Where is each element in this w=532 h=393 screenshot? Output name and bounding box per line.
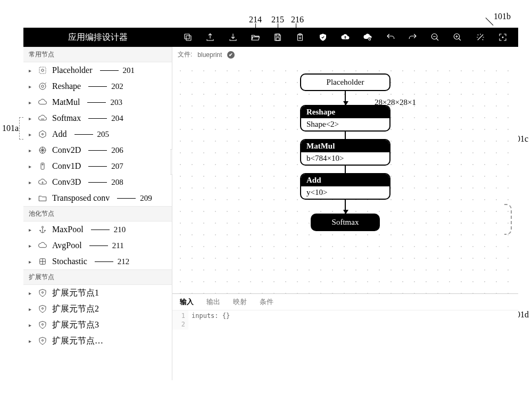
node-body: y<10> [301, 186, 389, 199]
group-ext-nodes: 扩展节点 [23, 269, 172, 285]
chevron-right-icon: ▸ [29, 338, 33, 344]
copy-icon[interactable] [182, 31, 194, 43]
chevron-right-icon: ▸ [29, 68, 33, 73]
chevron-right-icon: ▸ [29, 148, 33, 153]
zoom-out-icon[interactable] [429, 31, 441, 43]
callout-num: 210 [114, 225, 126, 234]
node-ext3[interactable]: ▸ 扩展元节点3 [23, 317, 172, 333]
node-body: b<784×10> [301, 152, 389, 165]
folder-open-icon[interactable] [250, 31, 261, 43]
node-transposed-conv[interactable]: ▸ Transposed conv 209 [23, 190, 172, 206]
chevron-right-icon: ▸ [29, 100, 33, 105]
svg-point-11 [41, 69, 44, 72]
cloud-upload-icon[interactable] [339, 31, 351, 43]
callout-line [87, 102, 106, 103]
edge [345, 91, 346, 105]
undo-icon[interactable] [385, 31, 396, 43]
rect-dot-icon [37, 161, 48, 171]
svg-point-17 [42, 164, 43, 165]
node-maxpool[interactable]: ▸ MaxPool 210 [23, 222, 172, 238]
node-label: Reshape [52, 81, 81, 91]
node-label: Add [52, 129, 67, 139]
node-reshape[interactable]: ▸ Reshape 202 [23, 78, 172, 94]
node-matmul[interactable]: ▸ MatMul 203 [23, 94, 172, 110]
breadcrumb-badge-icon: ✔ [227, 51, 235, 59]
tab-condition[interactable]: 条件 [260, 297, 273, 307]
svg-rect-3 [276, 38, 279, 40]
callout-num: 202 [111, 82, 123, 91]
save-icon[interactable] [272, 31, 284, 43]
node-head: Reshape [301, 106, 389, 118]
node-label: 扩展元节点… [52, 335, 103, 347]
node-conv2d[interactable]: ▸ Conv2D 206 [23, 142, 172, 158]
node-ext2[interactable]: ▸ 扩展元节点2 [23, 301, 172, 317]
cloud-icon [37, 97, 48, 108]
shield-icon[interactable] [317, 31, 329, 43]
diagram-node-add[interactable]: Add y<10> [300, 173, 390, 200]
node-label: 扩展元节点1 [52, 288, 99, 299]
chevron-right-icon: ▸ [29, 84, 33, 89]
node-stochastic[interactable]: ▸ Stochastic 212 [23, 253, 172, 269]
diagram-node-placeholder[interactable]: Placeholder [300, 73, 390, 91]
node-ext-more[interactable]: ▸ 扩展元节点… [23, 333, 172, 349]
callout-num: 207 [111, 162, 123, 171]
shield-outline-icon [37, 304, 48, 314]
callout-num: 212 [118, 257, 130, 266]
magic-wand-icon[interactable] [475, 31, 486, 43]
cloud-add-icon[interactable] [362, 31, 373, 43]
diagram-node-reshape[interactable]: Reshape Shape<2> [300, 105, 390, 132]
edge [345, 132, 346, 139]
zoom-in-icon[interactable] [452, 31, 463, 43]
callout-num: 208 [111, 178, 123, 187]
chevron-right-icon: ▸ [29, 227, 33, 233]
tab-output[interactable]: 输出 [206, 297, 220, 307]
code-line [192, 320, 230, 329]
callout-101a: 101a [2, 124, 19, 133]
clipboard-icon[interactable] [294, 31, 306, 43]
svg-point-21 [42, 308, 44, 309]
node-label: Conv1D [52, 161, 81, 171]
file-label: 文件: [178, 50, 192, 59]
node-label: Transposed conv [52, 193, 110, 203]
import-icon[interactable] [227, 31, 239, 43]
diagram-node-matmul[interactable]: MatMul b<784×10> [300, 139, 390, 166]
target-icon [37, 81, 48, 92]
grid-icon [37, 256, 48, 267]
node-body: Shape<2> [301, 118, 389, 130]
flow-diagram: Placeholder 28×28×28×1 Reshape Shape<2> … [279, 73, 412, 231]
svg-rect-10 [39, 67, 46, 73]
redo-icon[interactable] [407, 31, 419, 43]
chevron-right-icon: ▸ [29, 132, 33, 137]
node-conv1d[interactable]: ▸ Conv1D 207 [23, 158, 172, 174]
callout-line [486, 18, 494, 26]
export-icon[interactable] [204, 31, 216, 43]
fullscreen-icon[interactable] [497, 31, 509, 43]
code-editor[interactable]: 1 2 inputs: {} [172, 310, 518, 330]
folder-icon [37, 193, 48, 203]
chevron-right-icon: ▸ [29, 116, 33, 121]
callout-line [117, 198, 136, 199]
callout-line [88, 166, 107, 167]
node-label: AvgPool [52, 241, 82, 250]
tab-mapping[interactable]: 映射 [233, 297, 247, 307]
node-placeholder[interactable]: ▸ Placeholder 201 [23, 62, 172, 78]
chevron-right-icon: ▸ [29, 243, 33, 249]
edge [345, 166, 346, 173]
hexagon-icon [37, 129, 48, 140]
placeholder-icon [37, 65, 48, 76]
design-canvas[interactable]: 文件: blueprint ✔ Placeholder 28×28×28×1 R… [172, 47, 518, 293]
svg-point-23 [42, 340, 44, 341]
diagram-node-softmax[interactable]: Softmax [311, 214, 380, 231]
svg-point-14 [42, 134, 44, 135]
node-avgpool[interactable]: ▸ AvgPool 211 [23, 238, 172, 253]
node-head: MatMul [301, 140, 389, 152]
node-conv3d[interactable]: ▸ Conv3D 208 [23, 174, 172, 190]
circle-cross-icon [37, 145, 48, 155]
tab-input[interactable]: 输入 [180, 297, 194, 307]
node-ext1[interactable]: ▸ 扩展元节点1 [23, 285, 172, 301]
node-label: Conv2D [52, 145, 81, 155]
node-softmax[interactable]: ▸ Softmax 204 [23, 110, 172, 126]
node-add[interactable]: ▸ Add 205 [23, 126, 172, 142]
node-label: Conv3D [52, 177, 81, 187]
callout-num: 209 [140, 194, 152, 203]
